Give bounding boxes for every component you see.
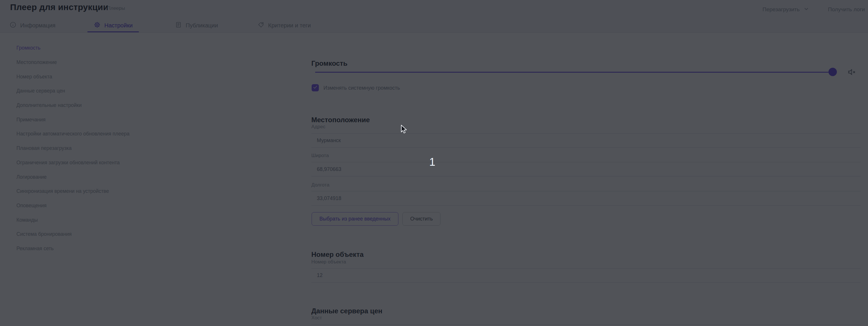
sidebar-item-object-number[interactable]: Номер объекта xyxy=(0,69,302,84)
latitude-input[interactable]: 68,970663 xyxy=(311,162,861,176)
player-settings-page: Плеер для инструкции Плееры Перезагрузит… xyxy=(0,0,868,326)
object-number-label: Номер объекта xyxy=(311,259,346,265)
info-circle-icon xyxy=(9,21,17,30)
longitude-input[interactable]: 33,074918 xyxy=(311,191,861,205)
price-server-section-title: Данные сервера цен xyxy=(311,307,382,315)
object-number-input[interactable]: 12 xyxy=(311,268,861,283)
sidebar-item-booking-system[interactable]: Система бронирования xyxy=(0,227,302,241)
clear-button[interactable]: Очистить xyxy=(402,212,440,226)
system-volume-checkbox[interactable] xyxy=(312,84,319,91)
muted-speaker-icon[interactable] xyxy=(847,67,857,77)
tab-publications[interactable]: Публикации xyxy=(168,19,224,32)
sidebar-item-scheduled-reboot[interactable]: Плановая перезагрузка xyxy=(0,141,302,156)
host-label: Хост xyxy=(311,315,322,321)
gear-icon xyxy=(94,21,101,30)
object-number-section-title: Номер объекта xyxy=(311,251,364,259)
address-label: Адрес xyxy=(311,124,326,130)
checkmark-icon xyxy=(313,85,318,91)
sidebar-item-content-update-limits[interactable]: Ограничения загрузки обновлений контента xyxy=(0,156,302,170)
tab-criteria-tags[interactable]: Критерии и теги xyxy=(251,19,317,32)
page-header: Плеер для инструкции Плееры Перезагрузит… xyxy=(0,0,868,33)
restart-button-label: Перезагрузить xyxy=(763,6,800,13)
longitude-value: 33,074918 xyxy=(317,195,341,201)
sidebar-item-alerts[interactable]: Оповещения xyxy=(0,199,302,213)
address-input[interactable]: Мурманск xyxy=(311,133,861,148)
settings-sidebar: Громкость Местоположение Номер объекта Д… xyxy=(0,33,302,326)
sidebar-item-auto-update[interactable]: Настройки автоматического обновления пле… xyxy=(0,127,302,141)
tab-information[interactable]: Информация xyxy=(3,19,62,32)
breadcrumb[interactable]: Плееры xyxy=(107,5,125,11)
settings-nav-list: Громкость Местоположение Номер объекта Д… xyxy=(0,41,302,256)
sidebar-item-time-sync[interactable]: Синхронизация времени на устройстве xyxy=(0,184,302,199)
get-logs-button-label: Получить логи xyxy=(828,6,865,13)
annotation-step-marker: 1 xyxy=(429,156,435,168)
sidebar-item-additional-settings[interactable]: Дополнительные настройки xyxy=(0,98,302,113)
restart-button[interactable]: Перезагрузить xyxy=(763,5,809,14)
sidebar-item-commands[interactable]: Команды xyxy=(0,213,302,227)
tag-icon xyxy=(257,21,265,30)
volume-slider-track[interactable] xyxy=(315,72,833,73)
latitude-value: 68,970663 xyxy=(317,166,341,172)
object-number-value: 12 xyxy=(317,272,322,279)
volume-section-title: Громкость xyxy=(311,59,347,67)
sidebar-item-ad-network[interactable]: Рекламная сеть xyxy=(0,241,302,256)
longitude-label: Долгота xyxy=(311,182,330,188)
sidebar-item-location[interactable]: Местоположение xyxy=(0,55,302,70)
volume-slider-thumb[interactable] xyxy=(829,68,837,76)
sidebar-item-volume[interactable]: Громкость xyxy=(0,41,302,55)
page-title: Плеер для инструкции xyxy=(10,2,108,12)
location-section-title: Местоположение xyxy=(311,116,370,124)
get-logs-button[interactable]: Получить логи xyxy=(828,5,865,14)
host-input[interactable] xyxy=(311,324,861,326)
clear-button-label: Очистить xyxy=(410,216,433,222)
tab-label: Публикации xyxy=(186,22,218,29)
tab-settings[interactable]: Настройки xyxy=(87,19,139,32)
chevron-down-icon xyxy=(803,6,809,13)
address-value: Мурманск xyxy=(317,137,341,143)
tab-label: Информация xyxy=(20,22,55,29)
choose-previous-button[interactable]: Выбрать из ранее введенных xyxy=(312,212,398,226)
sidebar-item-logging[interactable]: Логирование xyxy=(0,170,302,184)
system-volume-checkbox-label: Изменять системную громкость xyxy=(323,85,400,91)
choose-previous-button-label: Выбрать из ранее введенных xyxy=(319,216,391,222)
tab-label: Критерии и теги xyxy=(268,22,311,29)
sidebar-item-price-server[interactable]: Данные сервера цен xyxy=(0,84,302,98)
latitude-label: Широта xyxy=(311,153,329,159)
document-icon xyxy=(175,21,182,30)
sidebar-item-notes[interactable]: Примечания xyxy=(0,112,302,127)
settings-content: Громкость Изменять системную громкость М… xyxy=(302,33,868,326)
tab-label: Настройки xyxy=(104,22,133,29)
